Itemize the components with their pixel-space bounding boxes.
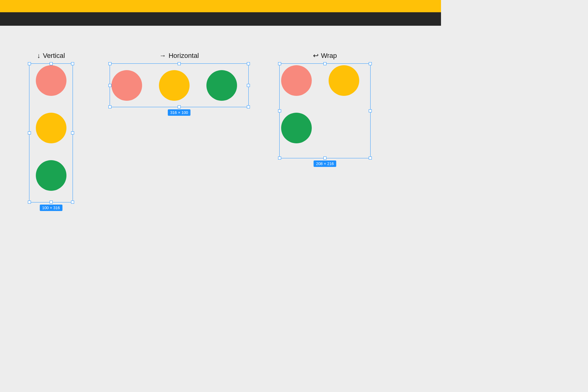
layout-group-horizontal: → Horizontal 316 × 100 <box>110 52 249 107</box>
resize-handle-bm[interactable] <box>50 201 53 204</box>
resize-handle-ml[interactable] <box>28 131 31 134</box>
resize-handle-bm[interactable] <box>323 156 326 160</box>
dimension-badge: 208 × 216 <box>314 160 336 167</box>
resize-handle-bl[interactable] <box>108 105 111 108</box>
resize-handle-tr[interactable] <box>71 62 74 65</box>
circle-yellow[interactable] <box>329 65 359 96</box>
header-accent-bar <box>0 0 441 12</box>
resize-handle-bl[interactable] <box>28 201 31 204</box>
circle-red[interactable] <box>281 65 312 96</box>
circle-green[interactable] <box>281 113 312 143</box>
layout-group-wrap: ↩ Wrap 208 × 216 <box>279 52 371 158</box>
selection-box-vertical[interactable]: 100 × 316 <box>29 63 73 202</box>
resize-handle-tm[interactable] <box>323 62 326 65</box>
circle-red[interactable] <box>36 65 66 96</box>
layout-group-vertical: ↓ Vertical 100 × 316 <box>29 52 73 202</box>
resize-handle-br[interactable] <box>369 156 372 160</box>
resize-handle-tl[interactable] <box>28 62 31 65</box>
wrap-arrow-icon: ↩ <box>313 52 318 59</box>
arrow-down-icon: ↓ <box>37 52 40 59</box>
resize-handle-tl[interactable] <box>108 62 111 65</box>
group-title-horizontal: → Horizontal <box>110 52 249 60</box>
group-label: Horizontal <box>168 52 199 60</box>
resize-handle-tl[interactable] <box>278 62 281 65</box>
design-canvas[interactable]: ↓ Vertical 100 × 316 → Horizontal <box>0 26 441 294</box>
resize-handle-ml[interactable] <box>278 109 281 112</box>
dimension-badge: 316 × 100 <box>168 109 190 116</box>
resize-handle-mr[interactable] <box>369 109 372 112</box>
circle-yellow[interactable] <box>36 113 66 143</box>
circle-green[interactable] <box>206 70 237 101</box>
resize-handle-bm[interactable] <box>178 105 181 108</box>
resize-handle-mr[interactable] <box>71 131 74 134</box>
resize-handle-mr[interactable] <box>247 84 250 87</box>
selection-box-horizontal[interactable]: 316 × 100 <box>110 63 249 107</box>
resize-handle-tr[interactable] <box>369 62 372 65</box>
header-dark-bar <box>0 12 441 26</box>
resize-handle-ml[interactable] <box>108 84 111 87</box>
circle-yellow[interactable] <box>159 70 190 101</box>
group-title-vertical: ↓ Vertical <box>29 52 73 60</box>
group-label: Wrap <box>321 52 337 60</box>
group-title-wrap: ↩ Wrap <box>279 52 371 60</box>
arrow-right-icon: → <box>159 52 166 59</box>
resize-handle-br[interactable] <box>247 105 250 108</box>
resize-handle-tr[interactable] <box>247 62 250 65</box>
resize-handle-tm[interactable] <box>178 62 181 65</box>
dimension-badge: 100 × 316 <box>40 205 62 211</box>
selection-box-wrap[interactable]: 208 × 216 <box>279 63 371 158</box>
resize-handle-bl[interactable] <box>278 156 281 160</box>
circle-green[interactable] <box>36 160 66 191</box>
resize-handle-tm[interactable] <box>50 62 53 65</box>
circle-red[interactable] <box>111 70 142 101</box>
group-label: Vertical <box>43 52 65 60</box>
resize-handle-br[interactable] <box>71 201 74 204</box>
